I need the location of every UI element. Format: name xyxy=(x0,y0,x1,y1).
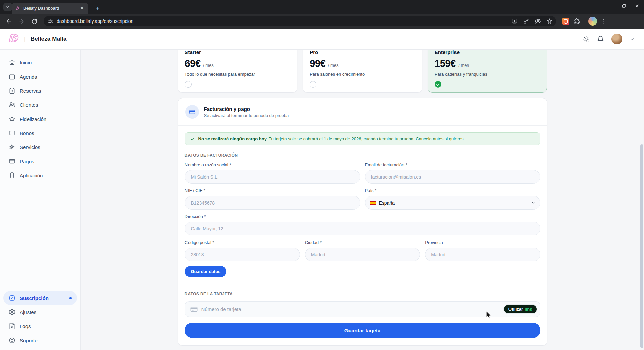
address-input[interactable] xyxy=(185,222,540,235)
sidebar-spacer xyxy=(3,182,77,291)
app-header: | Belleza Malla xyxy=(0,29,644,50)
url-text: dashboard.bellafy.app/es/suscripcion xyxy=(57,18,508,24)
plan-radio-unselected[interactable] xyxy=(310,81,316,88)
site-settings-icon xyxy=(48,18,53,24)
field-label: Email de facturación * xyxy=(365,162,540,167)
field-billing-email: Email de facturación * xyxy=(365,162,540,184)
plan-description: Para salones en crecimiento xyxy=(310,72,415,77)
sidebar-item-label: Pagos xyxy=(20,159,72,164)
eye-off-icon[interactable] xyxy=(535,18,541,25)
no-charge-alert: No se realizará ningún cargo hoy. Tu tar… xyxy=(185,132,540,145)
field-postal-code: Código postal * xyxy=(185,240,300,261)
plan-card-pro[interactable]: Pro 99€ / mes Para salones en crecimient… xyxy=(303,50,422,93)
plan-period: / mes xyxy=(203,63,214,68)
browser-menu-icon[interactable] xyxy=(601,18,607,24)
url-bar[interactable]: dashboard.bellafy.app/es/suscripcion xyxy=(44,16,556,26)
field-label: Ciudad * xyxy=(305,240,420,245)
reload-button[interactable] xyxy=(29,16,40,27)
browser-profile-avatar[interactable] xyxy=(588,17,597,26)
spain-flag-icon xyxy=(370,201,376,205)
sidebar-item-clientes[interactable]: Clientes xyxy=(3,98,77,112)
browser-tabstrip: Bellafy Dashboard ✕ + xyxy=(0,0,644,14)
password-key-icon[interactable] xyxy=(523,18,529,25)
sidebar-item-logs[interactable]: Logs xyxy=(3,319,77,333)
country-select[interactable]: España xyxy=(365,196,540,210)
restore-button[interactable] xyxy=(619,2,628,9)
sidebar-item-bonos[interactable]: Bonos xyxy=(3,126,77,140)
plan-name: Starter xyxy=(185,50,290,55)
header-actions xyxy=(583,34,635,44)
bookmark-star-icon[interactable] xyxy=(546,18,553,25)
forward-button[interactable] xyxy=(16,16,27,27)
alert-text-rest: Tu tarjeta solo se cobrará el 1 de mayo … xyxy=(268,136,465,141)
field-company-name: Nombre o razón social * xyxy=(185,162,360,184)
sidebar-item-aplicacion[interactable]: Aplicación xyxy=(3,168,77,182)
extensions-puzzle-icon[interactable] xyxy=(573,18,580,25)
field-label: Nombre o razón social * xyxy=(185,162,360,167)
sidebar-item-fidelizacion[interactable]: Fidelización xyxy=(3,112,77,126)
check-icon xyxy=(436,83,440,86)
home-icon xyxy=(9,59,15,66)
sidebar-item-ajustes[interactable]: Ajustes xyxy=(3,305,77,319)
plan-radio-unselected[interactable] xyxy=(185,81,192,88)
browser-tab[interactable]: Bellafy Dashboard ✕ xyxy=(12,3,88,14)
plan-price: 159€ xyxy=(435,58,456,69)
billing-title: Facturación y pago xyxy=(204,106,289,112)
sidebar-item-suscripcion[interactable]: Suscripción xyxy=(3,291,77,305)
plan-name: Enterprise xyxy=(435,50,540,55)
save-card-button[interactable]: Guardar tarjeta xyxy=(185,323,540,338)
city-input[interactable] xyxy=(305,248,420,261)
install-app-icon[interactable] xyxy=(511,18,518,25)
card-number-input[interactable] xyxy=(201,306,500,312)
new-tab-button[interactable]: + xyxy=(93,4,102,13)
plan-period: / mes xyxy=(458,63,469,68)
notifications-bell-icon[interactable] xyxy=(597,36,604,43)
user-avatar[interactable] xyxy=(611,34,622,44)
ticket-icon xyxy=(9,130,15,136)
minimize-button[interactable] xyxy=(606,2,614,9)
billing-email-input[interactable] xyxy=(365,170,540,184)
tab-close-button[interactable]: ✕ xyxy=(79,5,85,11)
users-icon xyxy=(9,101,15,108)
stripe-link-button[interactable]: Utilizar link xyxy=(503,304,537,314)
sidebar-item-inicio[interactable]: Inicio xyxy=(3,55,77,70)
billing-data-section-title: DATOS DE FACTURACIÓN xyxy=(185,153,540,158)
postal-code-input[interactable] xyxy=(185,248,300,261)
plan-radio-selected[interactable] xyxy=(435,81,441,88)
sidebar-item-servicios[interactable]: Servicios xyxy=(3,140,77,154)
extension-icon-orange[interactable] xyxy=(562,18,569,25)
account-chevron-down-icon[interactable] xyxy=(630,37,635,42)
province-input[interactable] xyxy=(425,248,540,261)
back-icon xyxy=(6,18,12,25)
plan-description: Para cadenas y franquicias xyxy=(435,72,540,77)
sidebar-item-agenda[interactable]: Agenda xyxy=(3,70,77,84)
sidebar-item-label: Fidelización xyxy=(20,116,72,122)
check-icon xyxy=(190,137,195,141)
chevron-down-icon xyxy=(6,5,10,9)
nif-input[interactable] xyxy=(185,196,360,210)
sidebar-item-reservas[interactable]: Reservas xyxy=(3,84,77,98)
reload-icon xyxy=(31,18,37,24)
plan-card-enterprise[interactable]: Enterprise 159€ / mes Para cadenas y fra… xyxy=(428,50,547,93)
company-name-input[interactable] xyxy=(185,170,360,184)
close-window-button[interactable] xyxy=(633,2,641,9)
gear-icon xyxy=(9,309,15,315)
field-city: Ciudad * xyxy=(305,240,420,261)
plan-card-starter[interactable]: Starter 69€ / mes Todo lo que necesitas … xyxy=(178,50,298,93)
urlbar-action-icons xyxy=(511,18,553,25)
sidebar-item-pagos[interactable]: Pagos xyxy=(3,154,77,168)
sidebar-item-label: Bonos xyxy=(20,130,72,136)
save-billing-data-button[interactable]: Guardar datos xyxy=(185,266,227,277)
tab-search-button[interactable] xyxy=(3,3,12,11)
bellafy-logo xyxy=(7,33,21,45)
field-label: NIF / CIF * xyxy=(185,188,360,193)
life-buoy-icon xyxy=(9,337,15,344)
credit-card-icon xyxy=(9,158,15,165)
billing-section-card: Facturación y pago Se activará al termin… xyxy=(178,98,547,346)
bellafy-favicon xyxy=(15,6,20,11)
back-button[interactable] xyxy=(3,16,14,27)
page-scrollbar-thumb[interactable] xyxy=(640,144,643,348)
theme-toggle-sun-icon[interactable] xyxy=(583,36,590,43)
card-number-field[interactable]: Utilizar link xyxy=(185,301,540,317)
sidebar-item-soporte[interactable]: Soporte xyxy=(3,333,77,347)
